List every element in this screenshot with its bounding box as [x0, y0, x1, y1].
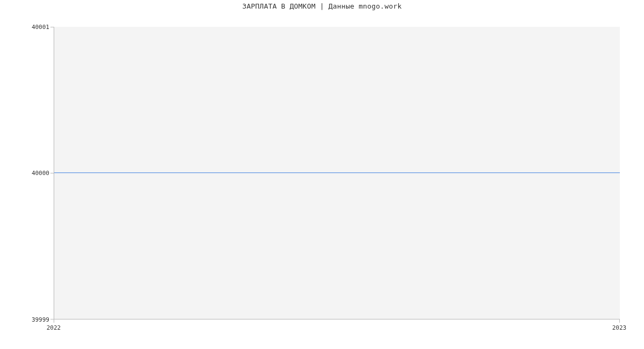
- x-tick: [54, 319, 54, 323]
- y-axis-label: 39999: [32, 316, 49, 323]
- plot-area: [54, 27, 620, 319]
- x-axis-label: 2022: [47, 324, 61, 331]
- data-line: [54, 172, 620, 173]
- y-axis-label: 40001: [32, 24, 49, 31]
- chart-container: ЗАРПЛАТА В ДОМКОМ | Данные mnogo.work 40…: [0, 0, 644, 349]
- x-axis-label: 2023: [612, 324, 627, 331]
- y-axis-label: 40000: [32, 170, 49, 177]
- y-tick: [50, 173, 54, 173]
- y-tick: [50, 27, 54, 27]
- x-tick: [619, 319, 620, 323]
- chart-title: ЗАРПЛАТА В ДОМКОМ | Данные mnogo.work: [0, 2, 644, 10]
